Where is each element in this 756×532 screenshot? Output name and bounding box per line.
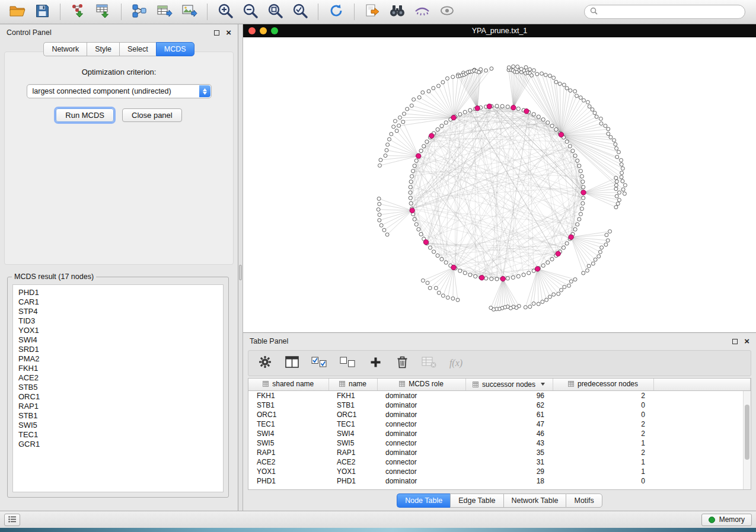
cell[interactable]: SWI5 (328, 438, 377, 448)
cell[interactable]: YOX1 (248, 467, 328, 476)
cell[interactable]: 29 (465, 467, 553, 476)
network-from-table-button[interactable] (153, 2, 176, 22)
mcds-node-srd1[interactable]: SRD1 (18, 345, 223, 354)
cell[interactable]: FKH1 (328, 390, 377, 400)
cell[interactable]: 43 (465, 438, 553, 448)
cell[interactable]: ORC1 (248, 410, 328, 419)
refresh-button[interactable] (325, 2, 347, 22)
mcds-node-phd1[interactable]: PHD1 (18, 288, 223, 297)
cell[interactable]: ACE2 (248, 457, 328, 467)
cell[interactable]: dominator (377, 429, 465, 438)
table-row-swi5[interactable]: SWI5SWI5connector431 (248, 438, 751, 448)
cell[interactable]: TEC1 (328, 419, 377, 429)
table-row-tec1[interactable]: TEC1TEC1connector472 (248, 419, 751, 429)
cell[interactable]: STB1 (248, 400, 328, 410)
cell[interactable]: SWI5 (248, 438, 328, 448)
cell[interactable]: connector (377, 467, 465, 476)
table-scrollbar-thumb[interactable] (745, 405, 749, 460)
zoom-out-button[interactable] (239, 2, 261, 22)
find-button[interactable] (386, 2, 409, 22)
network-canvas[interactable] (243, 37, 756, 332)
tab-network[interactable]: Network (43, 42, 87, 56)
split-pane-handle[interactable] (239, 265, 242, 280)
tab-motifs[interactable]: Motifs (566, 493, 602, 508)
export-image-button[interactable] (178, 2, 200, 22)
cell[interactable]: FKH1 (248, 390, 328, 400)
cell[interactable]: 47 (465, 419, 553, 429)
memory-button[interactable]: Memory (701, 514, 752, 526)
show-all-button[interactable] (436, 2, 458, 22)
mcds-node-swi5[interactable]: SWI5 (18, 421, 223, 430)
cell[interactable]: 18 (465, 476, 553, 486)
cell[interactable]: 1 (553, 457, 653, 467)
cell[interactable]: 2 (553, 448, 653, 457)
cell[interactable]: 61 (465, 410, 553, 419)
table-row-yox1[interactable]: YOX1YOX1connector291 (248, 467, 751, 476)
mcds-node-orc1[interactable]: ORC1 (18, 392, 223, 402)
cell[interactable]: 46 (465, 429, 553, 438)
cell[interactable]: dominator (377, 448, 465, 457)
cell[interactable]: connector (377, 457, 465, 467)
hide-selected-button[interactable] (411, 2, 433, 22)
cell[interactable]: 1 (553, 467, 653, 476)
table-row-ace2[interactable]: ACE2ACE2connector311 (248, 457, 751, 467)
column-header-shared-name[interactable]: shared name (248, 379, 328, 390)
mcds-node-stb1[interactable]: STB1 (18, 411, 223, 421)
table-settings-button[interactable] (258, 355, 272, 371)
mcds-node-swi4[interactable]: SWI4 (18, 335, 223, 345)
table-row-swi4[interactable]: SWI4SWI4dominator462 (248, 429, 751, 438)
status-menu-button[interactable] (4, 514, 20, 526)
float-table-panel-icon[interactable] (732, 339, 738, 344)
add-column-button[interactable] (368, 355, 382, 371)
delete-column-button[interactable] (395, 355, 409, 371)
cell[interactable]: PHD1 (248, 476, 328, 486)
import-table-button[interactable] (92, 2, 114, 22)
search-input[interactable] (601, 8, 739, 16)
cell[interactable]: PHD1 (328, 476, 377, 486)
show-columns-button[interactable] (285, 355, 299, 371)
cell[interactable]: 35 (465, 448, 553, 457)
table-row-fkh1[interactable]: FKH1FKH1dominator962 (248, 390, 751, 400)
cell[interactable]: TEC1 (248, 419, 328, 429)
column-header-successor-nodes[interactable]: successor nodes (465, 379, 553, 390)
cell[interactable]: 0 (553, 476, 653, 486)
mcds-node-stb5[interactable]: STB5 (18, 383, 223, 392)
optimization-criterion-dropdown[interactable]: largest connected component (undirected) (27, 84, 212, 98)
column-header-predecessor-nodes[interactable]: predecessor nodes (553, 379, 653, 390)
mcds-node-gcr1[interactable]: GCR1 (18, 440, 223, 449)
table-row-phd1[interactable]: PHD1PHD1dominator180 (248, 476, 751, 486)
cell[interactable]: 2 (553, 390, 653, 400)
mcds-node-rap1[interactable]: RAP1 (18, 402, 223, 411)
tab-edge-table[interactable]: Edge Table (450, 493, 503, 508)
close-panel-button[interactable]: Close panel (122, 108, 182, 122)
cell[interactable]: 96 (465, 390, 553, 400)
mcds-result-list[interactable]: PHD1CAR1STP4TID3YOX1SWI4SRD1PMA2FKH1ACE2… (12, 284, 224, 492)
cell[interactable]: RAP1 (328, 448, 377, 457)
cell[interactable]: STB1 (328, 400, 377, 410)
cell[interactable]: ACE2 (328, 457, 377, 467)
cell[interactable]: 31 (465, 457, 553, 467)
mcds-node-pma2[interactable]: PMA2 (18, 354, 223, 364)
cell[interactable]: ORC1 (328, 410, 377, 419)
deselect-all-button[interactable] (340, 355, 356, 371)
cell[interactable]: YOX1 (328, 467, 377, 476)
mcds-node-stp4[interactable]: STP4 (18, 307, 223, 316)
cell[interactable]: 62 (465, 400, 553, 410)
cell[interactable]: RAP1 (248, 448, 328, 457)
mcds-node-car1[interactable]: CAR1 (18, 297, 223, 307)
split-pane-divider[interactable] (238, 24, 243, 511)
tab-style[interactable]: Style (87, 42, 119, 56)
column-header-MCDS-role[interactable]: MCDS role (377, 379, 465, 390)
run-mcds-button[interactable]: Run MCDS (56, 108, 114, 122)
search-box[interactable] (584, 5, 745, 19)
tab-select[interactable]: Select (119, 42, 156, 56)
float-panel-icon[interactable] (214, 30, 219, 36)
zoom-selected-button[interactable] (289, 2, 311, 22)
network-window-titlebar[interactable]: YPA_prune.txt_1 (243, 24, 756, 37)
tab-mcds[interactable]: MCDS (156, 42, 194, 56)
open-session-button[interactable] (6, 2, 28, 22)
clear-table-button[interactable] (422, 355, 436, 371)
table-row-stb1[interactable]: STB1STB1dominator620 (248, 400, 751, 410)
mcds-node-tid3[interactable]: TID3 (18, 316, 223, 326)
close-panel-icon[interactable]: × (226, 30, 231, 36)
